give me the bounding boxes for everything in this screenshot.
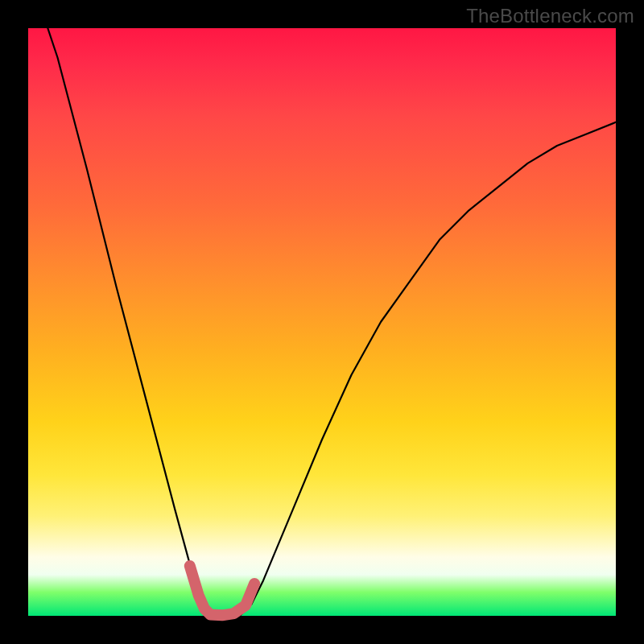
curve-svg: [28, 28, 616, 616]
chart-frame: TheBottleneck.com: [0, 0, 644, 644]
plot-area: [28, 28, 616, 616]
bottleneck-curve: [28, 0, 616, 616]
highlight-segment: [190, 566, 254, 615]
watermark-text: TheBottleneck.com: [466, 5, 634, 27]
